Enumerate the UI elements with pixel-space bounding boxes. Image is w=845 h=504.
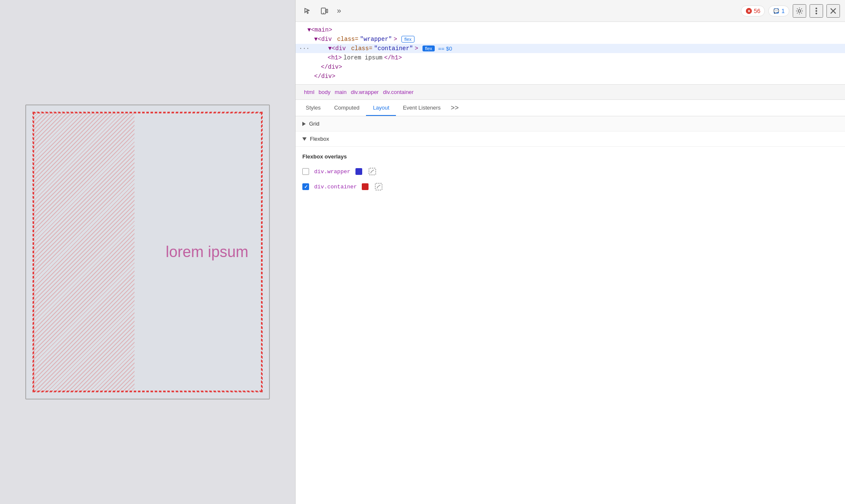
devtools-panel: » ✕ 56 💬 1: [295, 0, 845, 504]
tree-line-close-container[interactable]: </div>: [296, 62, 845, 72]
svg-point-7: [798, 10, 801, 12]
viewport: lorem ipsum: [25, 105, 270, 399]
overlay-row-wrapper: div.wrapper: [302, 166, 838, 177]
close-devtools-button[interactable]: [826, 4, 840, 18]
container-div-overlay: lorem ipsum: [33, 113, 262, 391]
overlay-wrapper-checkbox[interactable]: [302, 168, 309, 175]
error-count-badge[interactable]: ✕ 56: [741, 5, 765, 16]
grid-section-label: Grid: [309, 121, 320, 127]
overlay-container-label: div.container: [314, 184, 357, 190]
flexbox-section-header[interactable]: Flexbox: [296, 131, 845, 147]
overlay-container-color[interactable]: [362, 183, 369, 190]
flexbox-overlays-section: Flexbox overlays div.wrapper div.contain…: [296, 147, 845, 204]
overlay-wrapper-color[interactable]: [355, 168, 362, 175]
tab-styles[interactable]: Styles: [299, 100, 327, 116]
breadcrumb-body[interactable]: body: [317, 88, 332, 96]
svg-point-8: [815, 8, 817, 9]
layout-panel: Grid Flexbox Flexbox overlays div.wrappe…: [296, 116, 845, 504]
inspect-button[interactable]: [301, 4, 314, 18]
overlay-row-container: div.container: [302, 182, 838, 192]
overlay-wrapper-label: div.wrapper: [314, 169, 350, 175]
svg-rect-12: [375, 183, 382, 190]
overlay-wrapper-icon-btn[interactable]: [367, 166, 377, 177]
warning-count-badge[interactable]: 💬 1: [768, 5, 789, 16]
breadcrumb-div-container[interactable]: div.container: [381, 88, 415, 96]
tabs-more-button[interactable]: >>: [447, 100, 462, 116]
overlay-container-icon-btn[interactable]: [374, 182, 384, 192]
tab-computed[interactable]: Computed: [327, 100, 366, 116]
breadcrumb-bar: html body main div.wrapper div.container: [296, 85, 845, 100]
lorem-ipsum-text: lorem ipsum: [166, 243, 261, 261]
breadcrumb-div-wrapper[interactable]: div.wrapper: [349, 88, 380, 96]
svg-point-10: [815, 13, 817, 14]
devtools-toolbar: » ✕ 56 💬 1: [296, 0, 845, 22]
tree-line-container[interactable]: ··· ▼<div class= "container" > flex == $…: [296, 44, 845, 53]
svg-rect-11: [369, 168, 376, 175]
svg-text:✕: ✕: [747, 9, 751, 13]
browser-preview: lorem ipsum: [0, 0, 295, 504]
tree-line-close-wrapper[interactable]: </div>: [296, 72, 845, 81]
wrapper-div-overlay: lorem ipsum: [32, 112, 263, 392]
more-options-button[interactable]: [810, 4, 823, 18]
flexbox-overlays-title: Flexbox overlays: [302, 153, 838, 160]
breadcrumb-html[interactable]: html: [302, 88, 316, 96]
grid-section-header[interactable]: Grid: [296, 116, 845, 131]
tree-line-wrapper[interactable]: ▼<div class= "wrapper" > flex: [296, 35, 845, 44]
overlay-container-checkbox[interactable]: [302, 183, 309, 190]
grid-expand-icon: [302, 122, 306, 126]
svg-text:💬: 💬: [773, 8, 779, 14]
more-tools-button[interactable]: »: [334, 5, 344, 17]
tree-line-h1[interactable]: <h1> lorem ipsum </h1>: [296, 53, 845, 62]
svg-rect-1: [326, 9, 328, 13]
html-tree: ▼<main> ▼<div class= "wrapper" > flex ··…: [296, 22, 845, 85]
flexbox-expand-icon: [302, 137, 307, 141]
tab-event-listeners[interactable]: Event Listeners: [396, 100, 447, 116]
tabs-bar: Styles Computed Layout Event Listeners >…: [296, 100, 845, 116]
breadcrumb-main[interactable]: main: [333, 88, 348, 96]
tab-layout[interactable]: Layout: [366, 100, 396, 116]
svg-point-9: [815, 10, 817, 12]
svg-point-2: [323, 13, 324, 13]
tree-line-main[interactable]: ▼<main>: [296, 25, 845, 35]
device-toolbar-button[interactable]: [318, 4, 331, 18]
flexbox-section-label: Flexbox: [310, 136, 329, 142]
settings-button[interactable]: [793, 4, 806, 18]
